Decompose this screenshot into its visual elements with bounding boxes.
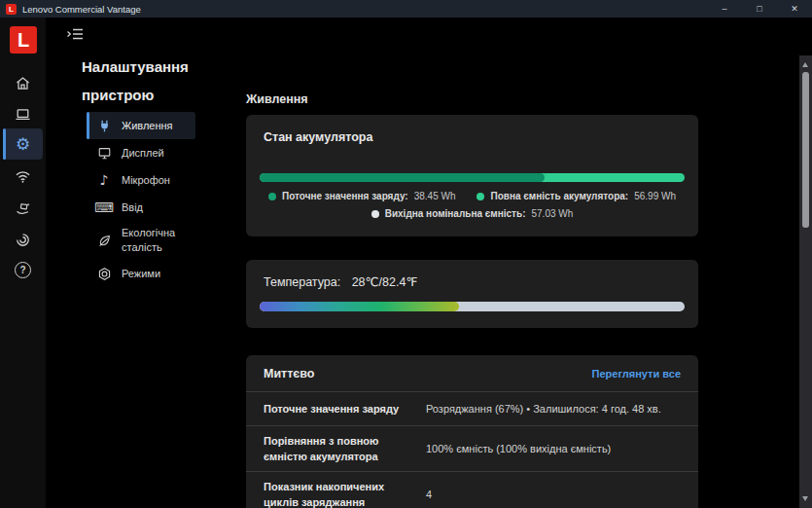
table-row: Показник накопичених циклів заряджання 4 (246, 471, 698, 508)
collapse-sidebar-button[interactable] (65, 26, 85, 42)
nav-item-input[interactable]: ⌨ Ввід (87, 194, 195, 221)
instant-rows: Поточне значення заряду Розряджання (67%… (246, 391, 698, 508)
instant-card-header: Миттєво Переглянути все (246, 355, 698, 391)
rail-item-home[interactable] (0, 67, 46, 98)
nav-label: Живлення (122, 119, 173, 133)
row-value: Розряджання (67%) • Залишилося: 4 год. 4… (426, 402, 681, 417)
plug-icon (96, 119, 112, 133)
settings-nav: Живлення Дисплей ♪ Мікрофон ⌨ (87, 112, 195, 287)
window-controls: – □ ✕ (707, 0, 812, 18)
battery-capacity-bar (260, 173, 685, 182)
instant-info-card: Миттєво Переглянути все Поточне значення… (246, 355, 698, 508)
nav-label: Екологічна сталість (122, 226, 195, 255)
battery-legend-row: Поточне значення заряду: 38.45 Wh Повна … (246, 191, 698, 201)
legend-value: 56.99 Wh (634, 191, 676, 201)
nav-item-sustainability[interactable]: Екологічна сталість (87, 221, 195, 260)
legend-label: Поточне значення заряду: (282, 191, 408, 201)
row-label: Поточне значення заряду (264, 401, 414, 417)
collapse-menu-icon (66, 27, 84, 41)
row-label: Показник накопичених циклів заряджання (264, 479, 414, 508)
nav-item-power[interactable]: Живлення (87, 112, 195, 139)
legend-design-capacity: Вихідна номінальна ємність: 57.03 Wh (371, 208, 574, 219)
legend-label: Повна ємність акумулятора: (490, 191, 628, 201)
row-label: Порівняння з повною ємністю акумулятора (264, 433, 414, 464)
legend-current-charge: Поточне значення заряду: 38.45 Wh (268, 191, 456, 201)
table-row: Порівняння з повною ємністю акумулятора … (246, 425, 698, 471)
microphone-icon: ♪ (96, 173, 112, 187)
sidebar-title: Налаштування пристрою (82, 53, 213, 109)
temperature-label: Температура: (264, 275, 340, 289)
hand-service-icon (15, 200, 31, 217)
battery-card-title: Стан акумулятора (264, 130, 372, 144)
rail-item-help[interactable]: ? (0, 254, 46, 285)
window-title: Lenovo Commercial Vantage (22, 4, 141, 15)
lenovo-logo-icon: L (6, 4, 17, 15)
swirl-icon (15, 232, 31, 248)
temperature-bar (260, 302, 685, 311)
row-value: 4 (426, 488, 681, 502)
page-title: Живлення (246, 92, 308, 106)
temperature-row: Температура: 28℃/82.4℉ (264, 274, 417, 289)
modes-icon (96, 267, 112, 281)
legend-full-capacity: Повна ємність акумулятора: 56.99 Wh (477, 191, 676, 201)
battery-charge-fill (260, 173, 545, 182)
app-window: L Lenovo Commercial Vantage – □ ✕ L ⚙ (0, 0, 812, 508)
battery-legend-row: Вихідна номінальна ємність: 57.03 Wh (246, 208, 698, 219)
help-glyph: ? (19, 265, 25, 275)
battery-status-card: Стан акумулятора Поточне значення заряду… (246, 115, 698, 236)
laptop-icon (15, 106, 31, 123)
nav-item-microphone[interactable]: ♪ Мікрофон (87, 166, 195, 194)
scrollbar-thumb[interactable] (802, 72, 809, 228)
legend-label: Вихідна номінальна ємність: (385, 208, 526, 219)
leaf-icon (96, 234, 112, 248)
view-all-link[interactable]: Переглянути все (592, 368, 681, 380)
rail-item-network[interactable] (0, 161, 46, 192)
legend-value: 38.45 Wh (414, 191, 456, 201)
lenovo-logo: L (10, 26, 37, 54)
rail-item-service[interactable] (0, 193, 46, 224)
nav-label: Дисплей (122, 146, 164, 161)
scroll-up-arrow-icon[interactable] (802, 62, 808, 67)
temperature-fill (260, 302, 459, 311)
temperature-card: Температура: 28℃/82.4℉ (246, 260, 698, 328)
rail-item-device[interactable] (0, 98, 46, 129)
legend-dot (371, 210, 379, 218)
temperature-value: 28℃/82.4℉ (352, 275, 418, 289)
rail-item-smart[interactable] (0, 224, 46, 255)
legend-dot (268, 193, 276, 200)
settings-sidebar: Налаштування пристрою Живлення (46, 18, 233, 508)
titlebar: L Lenovo Commercial Vantage – □ ✕ (0, 0, 812, 18)
home-icon (15, 75, 31, 91)
display-icon (96, 146, 112, 161)
legend-dot (477, 193, 484, 200)
rail-item-settings-selected[interactable]: ⚙ (0, 128, 46, 160)
vertical-scrollbar[interactable] (799, 55, 812, 508)
nav-selected-accent (87, 112, 89, 139)
close-button[interactable]: ✕ (777, 0, 812, 18)
help-icon: ? (15, 262, 31, 278)
nav-label: Мікрофон (122, 173, 170, 188)
scroll-down-arrow-icon[interactable] (802, 496, 808, 501)
instant-card-title: Миттєво (264, 367, 314, 381)
nav-item-display[interactable]: Дисплей (87, 139, 195, 166)
keyboard-icon: ⌨ (96, 200, 112, 214)
nav-label: Режими (122, 267, 160, 281)
gear-icon: ⚙ (16, 136, 30, 153)
nav-item-modes[interactable]: Режими (87, 260, 195, 287)
nav-label: Ввід (122, 200, 143, 215)
legend-value: 57.03 Wh (531, 208, 573, 219)
icon-rail: L ⚙ (0, 18, 46, 508)
minimize-button[interactable]: – (707, 0, 742, 18)
row-value: 100% ємність (100% вихідна ємність) (426, 442, 681, 456)
maximize-button[interactable]: □ (742, 0, 777, 18)
table-row: Поточне значення заряду Розряджання (67%… (246, 391, 698, 425)
wifi-icon (15, 168, 31, 185)
